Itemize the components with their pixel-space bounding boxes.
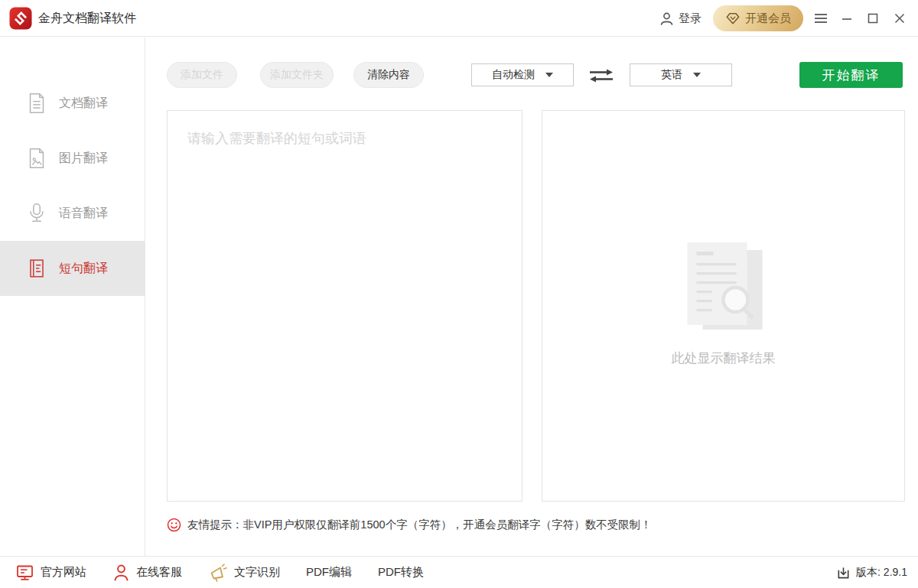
result-placeholder-text: 此处显示翻译结果 <box>542 349 904 367</box>
footer-link-label: PDF转换 <box>378 565 424 580</box>
titlebar: 金舟文档翻译软件 登录 开通会员 <box>0 0 918 37</box>
minimize-icon <box>842 13 852 24</box>
vip-tip: 友情提示：非VIP用户权限仅翻译前1500个字（字符），开通会员翻译字（字符）数… <box>167 518 652 532</box>
smiley-icon <box>167 518 181 532</box>
sidebar-item-phrase-translate[interactable]: 短句翻译 <box>0 241 145 296</box>
version-text: 版本: 2.9.1 <box>856 566 907 580</box>
megaphone-icon <box>208 563 228 583</box>
download-update-icon <box>836 566 851 580</box>
menu-button[interactable] <box>811 8 831 28</box>
open-vip-label: 开通会员 <box>745 11 791 26</box>
source-language-value: 自动检测 <box>492 68 535 82</box>
main-content: 添加文件 添加文件夹 清除内容 自动检测 英语 开始翻译 <box>146 37 918 556</box>
footer-link-label: 官方网站 <box>41 565 86 580</box>
add-folder-button[interactable]: 添加文件夹 <box>260 62 334 88</box>
monitor-icon <box>15 564 34 582</box>
login-label: 登录 <box>679 11 702 26</box>
app-window: 金舟文档翻译软件 登录 开通会员 <box>0 0 918 588</box>
footer-link-customer-service[interactable]: 在线客服 <box>112 564 182 582</box>
phrase-list-icon <box>24 256 49 281</box>
footer-link-pdf-convert[interactable]: PDF转换 <box>378 565 424 580</box>
chevron-down-icon <box>693 73 701 77</box>
swap-arrows-icon <box>588 68 614 83</box>
sidebar-item-document-translate[interactable]: 文档翻译 <box>0 76 145 131</box>
footer-link-label: 在线客服 <box>136 565 182 580</box>
maximize-button[interactable] <box>863 8 883 28</box>
app-logo-icon <box>9 7 32 30</box>
add-file-button[interactable]: 添加文件 <box>167 62 237 88</box>
result-placeholder-graphic <box>679 241 767 339</box>
target-language-value: 英语 <box>661 68 682 82</box>
close-icon <box>894 13 905 24</box>
target-language-select[interactable]: 英语 <box>630 63 732 86</box>
open-vip-button[interactable]: 开通会员 <box>713 5 803 31</box>
sidebar: 文档翻译 图片翻译 语音翻译 <box>0 37 145 556</box>
sidebar-item-image-translate[interactable]: 图片翻译 <box>0 131 145 186</box>
image-icon <box>24 146 49 171</box>
login-button[interactable]: 登录 <box>659 0 702 37</box>
user-icon <box>659 11 674 26</box>
footer-link-label: PDF编辑 <box>306 565 352 580</box>
sidebar-item-label: 图片翻译 <box>59 151 108 167</box>
customer-service-person-icon <box>112 564 130 582</box>
footer-link-label: 文字识别 <box>234 565 280 580</box>
footer-link-ocr[interactable]: 文字识别 <box>208 563 280 583</box>
swap-languages-button[interactable] <box>587 67 616 85</box>
source-text-panel <box>167 110 522 502</box>
vip-diamond-icon <box>725 11 741 25</box>
footer-link-official-site[interactable]: 官方网站 <box>15 564 86 582</box>
footer-link-pdf-edit[interactable]: PDF编辑 <box>306 565 352 580</box>
footer: 官方网站 在线客服 文字识别 PDF编辑 PDF转换 <box>0 556 918 588</box>
sidebar-item-voice-translate[interactable]: 语音翻译 <box>0 186 145 241</box>
version-info[interactable]: 版本: 2.9.1 <box>836 557 907 588</box>
sidebar-item-label: 语音翻译 <box>59 206 108 222</box>
source-text-input[interactable] <box>168 111 522 501</box>
maximize-icon <box>868 13 878 24</box>
source-language-select[interactable]: 自动检测 <box>471 63 574 86</box>
chevron-down-icon <box>545 73 553 77</box>
start-translate-label: 开始翻译 <box>822 67 881 84</box>
clear-content-button[interactable]: 清除内容 <box>353 62 424 88</box>
minimize-button[interactable] <box>837 8 857 28</box>
close-button[interactable] <box>890 8 910 28</box>
start-translate-button[interactable]: 开始翻译 <box>799 62 903 88</box>
microphone-icon <box>24 201 49 226</box>
app-title: 金舟文档翻译软件 <box>38 0 136 37</box>
sidebar-item-label: 文档翻译 <box>59 96 108 112</box>
menu-icon <box>814 13 828 24</box>
document-icon <box>24 91 49 115</box>
vip-tip-text: 友情提示：非VIP用户权限仅翻译前1500个字（字符），开通会员翻译字（字符）数… <box>187 518 652 532</box>
sidebar-item-label: 短句翻译 <box>59 261 108 277</box>
result-panel: 此处显示翻译结果 <box>542 110 905 502</box>
